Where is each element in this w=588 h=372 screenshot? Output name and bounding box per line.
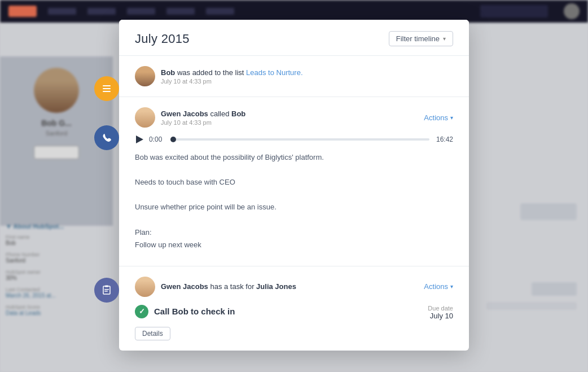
filter-chevron-icon: ▾ (443, 36, 446, 42)
timeline-item-call: Gwen Jacobs called Bob July 10 at 4:33 p… (119, 97, 469, 266)
call-timeline-icon (94, 125, 119, 150)
due-label: Due date (428, 305, 453, 312)
call-note-4 (135, 189, 453, 201)
list-item-timestamp: July 10 at 4:33 pm (161, 78, 303, 85)
audio-start-time: 0:00 (149, 135, 165, 143)
call-note-plan-label: Plan: (135, 226, 453, 239)
list-item-description: Bob was added to the list Leads to Nurtu… (161, 68, 303, 77)
audio-progress-bar[interactable] (170, 138, 429, 141)
audio-end-time: 16:42 (435, 135, 453, 143)
call-item-header: Gwen Jacobs called Bob July 10 at 4:33 p… (135, 107, 453, 128)
task-title: Call Bob to check in (154, 307, 235, 316)
call-actions-label: Actions (424, 113, 448, 122)
svg-rect-6 (104, 291, 108, 292)
call-note-3: Needs to touch base with CEO (135, 176, 453, 189)
task-item-header: Gwen Jacobs has a task for Julia Jones A… (135, 277, 453, 297)
task-item-description: Gwen Jacobs has a task for Julia Jones (161, 282, 296, 291)
list-item-text-block: Bob was added to the list Leads to Nurtu… (161, 68, 303, 85)
svg-rect-4 (105, 286, 108, 287)
checkmark: ✓ (139, 307, 145, 316)
timeline-title: July 2015 (135, 32, 190, 46)
task-left: ✓ Call Bob to check in (135, 305, 235, 318)
list-item-header: Bob was added to the list Leads to Nurtu… (135, 66, 453, 86)
timeline-header: July 2015 Filter timeline ▾ (119, 20, 469, 55)
svg-rect-0 (103, 85, 111, 86)
actor-name-bob: Bob (161, 68, 175, 77)
svg-rect-1 (103, 88, 111, 89)
call-note-1: Bob was excited about the possibility of… (135, 151, 453, 164)
task-due-date-block: Due date July 10 (428, 305, 453, 320)
gwen-avatar-call (135, 107, 155, 128)
task-actions-button[interactable]: Actions ▾ (424, 282, 453, 291)
bob-avatar (135, 66, 155, 86)
svg-rect-5 (104, 289, 109, 290)
filter-label: Filter timeline (396, 34, 440, 43)
filter-timeline-button[interactable]: Filter timeline ▾ (389, 31, 453, 46)
call-item-description: Gwen Jacobs called Bob (161, 110, 245, 118)
svg-rect-2 (103, 91, 111, 92)
call-note-6 (135, 213, 453, 226)
call-item-text-block: Gwen Jacobs called Bob July 10 at 4:33 p… (161, 110, 245, 126)
call-note-5: Unsure whether price point will be an is… (135, 201, 453, 213)
call-actions-chevron-icon: ▾ (450, 115, 453, 121)
timeline-item-task: Gwen Jacobs has a task for Julia Jones A… (119, 266, 469, 351)
audio-progress-indicator (170, 137, 176, 142)
call-note-2 (135, 164, 453, 176)
task-timeline-icon (94, 278, 119, 303)
timeline-item-list: Bob was added to the list Leads to Nurtu… (119, 56, 469, 97)
task-target-name: Julia Jones (256, 282, 296, 291)
task-details-button[interactable]: Details (135, 327, 170, 340)
task-action-text: has a task for (210, 282, 256, 291)
task-content: ✓ Call Bob to check in Due date July 10 (135, 297, 453, 320)
leads-to-nurture-link[interactable]: Leads to Nurture. (246, 68, 302, 77)
list-timeline-icon (94, 76, 119, 101)
call-actions-button[interactable]: Actions ▾ (424, 113, 453, 122)
call-notes: Bob was excited about the possibility of… (135, 149, 453, 256)
timeline-content[interactable]: Bob was added to the list Leads to Nurtu… (119, 56, 469, 351)
gwen-avatar-task (135, 277, 155, 297)
task-item-meta: Gwen Jacobs has a task for Julia Jones (135, 277, 296, 297)
action-text: was added to the list (177, 68, 246, 77)
call-item-meta: Gwen Jacobs called Bob July 10 at 4:33 p… (135, 107, 245, 128)
task-item-text-block: Gwen Jacobs has a task for Julia Jones (161, 282, 296, 291)
call-target-bob: Bob (231, 110, 245, 118)
call-note-plan-value: Follow up next week (135, 239, 453, 251)
modal-overlay: July 2015 Filter timeline ▾ (0, 0, 588, 372)
actor-name-gwen: Gwen Jacobs (161, 110, 208, 118)
task-actions-label: Actions (424, 282, 448, 291)
svg-rect-3 (103, 286, 110, 294)
play-button[interactable] (136, 135, 143, 143)
task-check-icon: ✓ (135, 305, 148, 318)
due-date-value: July 10 (428, 312, 453, 320)
list-item-meta: Bob was added to the list Leads to Nurtu… (135, 66, 303, 86)
audio-player: 0:00 16:42 (135, 128, 453, 149)
task-actor-name: Gwen Jacobs (161, 282, 208, 291)
task-actions-chevron-icon: ▾ (450, 283, 453, 290)
call-timestamp: July 10 at 4:33 pm (161, 119, 245, 126)
called-text: called (210, 110, 231, 118)
timeline-modal: July 2015 Filter timeline ▾ (119, 20, 469, 351)
